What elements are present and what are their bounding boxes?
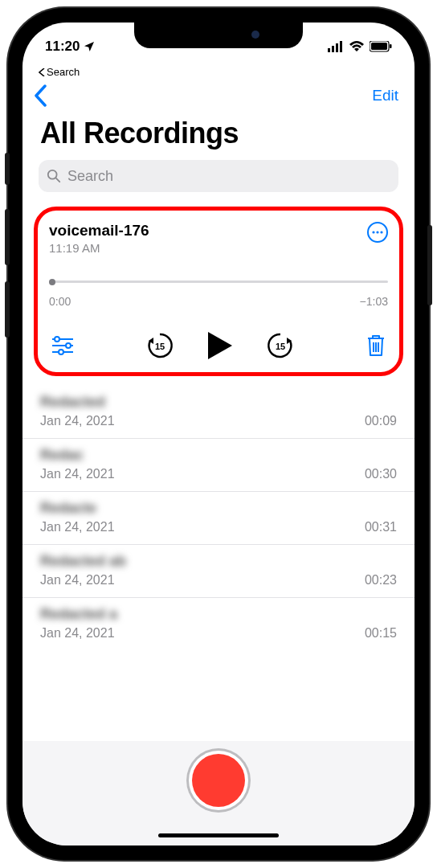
recordings-list: Redacted Jan 24, 2021 00:09 Redac Jan 24… (22, 383, 415, 741)
svg-point-10 (376, 231, 378, 233)
forward-15-icon: 15 (266, 331, 295, 360)
location-icon (83, 40, 96, 53)
breadcrumb-label: Search (47, 66, 80, 78)
svg-rect-3 (340, 41, 342, 52)
playback-scrubber[interactable] (49, 277, 388, 287)
page-title: All Recordings (22, 110, 415, 160)
list-item[interactable]: Redacted ab Jan 24, 2021 00:23 (22, 545, 415, 598)
recording-title-blurred: Redacted a (40, 606, 117, 623)
svg-text:15: 15 (276, 342, 285, 351)
rewind-15-button[interactable]: 15 (145, 331, 174, 360)
svg-point-17 (59, 350, 63, 354)
nav-bar: Edit (22, 78, 415, 110)
sliders-icon (51, 336, 75, 355)
recording-date: Jan 24, 2021 (40, 626, 117, 641)
remaining-label: −1:03 (360, 295, 388, 308)
svg-point-11 (380, 231, 382, 233)
svg-point-7 (48, 170, 57, 179)
home-indicator[interactable] (158, 833, 279, 837)
recording-duration: 00:23 (365, 573, 397, 588)
svg-rect-6 (390, 44, 392, 48)
more-options-button[interactable] (367, 222, 388, 243)
delete-button[interactable] (366, 334, 386, 358)
list-item[interactable]: Redacte Jan 24, 2021 00:31 (22, 492, 415, 545)
svg-rect-0 (328, 48, 330, 52)
recording-date: Jan 24, 2021 (40, 467, 115, 481)
recording-title-blurred: Redac (40, 447, 115, 464)
rewind-15-icon: 15 (145, 331, 174, 360)
search-input[interactable]: Search (39, 160, 398, 192)
svg-point-13 (55, 337, 59, 342)
list-item[interactable]: Redacted a Jan 24, 2021 00:15 (22, 598, 415, 650)
record-button[interactable] (192, 754, 245, 807)
svg-rect-5 (371, 43, 387, 50)
trash-icon (366, 334, 386, 358)
record-bar (22, 741, 415, 845)
recording-title-blurred: Redacte (40, 500, 115, 517)
recording-duration: 00:15 (365, 626, 397, 641)
recording-date: Jan 24, 2021 (40, 573, 126, 588)
list-item[interactable]: Redac Jan 24, 2021 00:30 (22, 439, 415, 492)
recording-title-blurred: Redacted ab (40, 553, 126, 570)
svg-point-9 (372, 231, 374, 233)
recording-subtitle: 11:19 AM (49, 241, 149, 255)
recording-title-blurred: Redacted (40, 394, 115, 411)
recording-date: Jan 24, 2021 (40, 520, 115, 534)
search-placeholder: Search (67, 168, 113, 185)
svg-rect-1 (332, 46, 334, 52)
playback-settings-button[interactable] (51, 336, 75, 355)
ellipsis-icon (372, 231, 383, 234)
svg-point-15 (66, 343, 71, 348)
recording-duration: 00:31 (365, 520, 397, 534)
list-item[interactable]: Redacted Jan 24, 2021 00:09 (22, 386, 415, 439)
recording-title: voicemail-176 (49, 222, 149, 240)
play-button[interactable] (206, 330, 234, 361)
battery-icon (370, 41, 392, 52)
wifi-icon (349, 41, 365, 52)
search-icon (47, 169, 61, 183)
breadcrumb-back-icon (39, 68, 45, 76)
recording-duration: 00:09 (365, 414, 397, 428)
breadcrumb[interactable]: Search (22, 66, 415, 78)
recording-duration: 00:30 (365, 467, 397, 481)
back-button[interactable] (34, 84, 48, 107)
svg-rect-2 (336, 43, 338, 52)
notch (134, 23, 303, 48)
chevron-left-icon (34, 84, 48, 107)
edit-button[interactable]: Edit (372, 87, 398, 104)
cellular-icon (328, 41, 344, 52)
screen: 11:20 Search Edit All Recordings Search (22, 23, 415, 845)
recording-date: Jan 24, 2021 (40, 414, 115, 428)
svg-text:15: 15 (155, 342, 165, 351)
svg-line-8 (56, 178, 60, 182)
selected-recording-card[interactable]: voicemail-176 11:19 AM 0:00 −1:03 (34, 207, 403, 376)
phone-frame: 11:20 Search Edit All Recordings Search (8, 8, 429, 860)
forward-15-button[interactable]: 15 (266, 331, 295, 360)
play-icon (206, 330, 234, 361)
elapsed-label: 0:00 (49, 295, 71, 308)
status-time: 11:20 (45, 39, 80, 55)
